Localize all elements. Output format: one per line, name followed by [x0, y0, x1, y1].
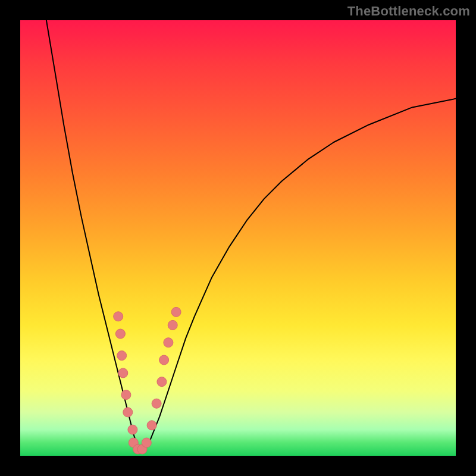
sample-point [171, 307, 181, 317]
curve-series [46, 20, 456, 452]
plot-area [20, 20, 456, 456]
sample-point [117, 351, 127, 361]
sample-point [115, 329, 125, 339]
sample-point [157, 377, 167, 387]
sample-point [114, 312, 123, 321]
watermark-text: TheBottleneck.com [347, 4, 470, 19]
sample-point [123, 408, 133, 417]
sample-point [142, 438, 151, 447]
sample-point [159, 355, 169, 365]
sample-point [168, 320, 177, 330]
sample-point [152, 399, 161, 408]
chart-frame: TheBottleneck.com [0, 0, 476, 476]
bottleneck-curve [46, 20, 456, 452]
sample-point [128, 425, 137, 434]
sample-point [118, 368, 128, 378]
sample-point [121, 390, 131, 400]
sample-point [147, 421, 156, 430]
chart-svg [20, 20, 456, 456]
sample-point [164, 338, 173, 347]
sample-markers [114, 307, 181, 454]
